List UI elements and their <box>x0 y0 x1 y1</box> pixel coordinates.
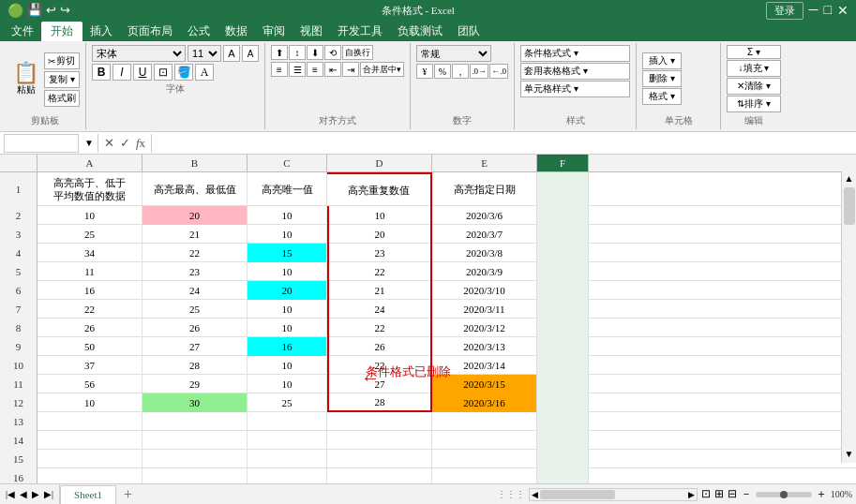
col-header-a[interactable]: A <box>38 155 143 171</box>
wrap-text-button[interactable]: 自换行 <box>342 45 373 60</box>
maximize-button[interactable]: □ <box>824 3 832 18</box>
tab-nav-prev[interactable]: ◀ <box>18 489 29 499</box>
cell-F6[interactable] <box>537 281 589 300</box>
scroll-down-button[interactable]: ▼ <box>843 447 856 461</box>
cell-empty-15-0[interactable] <box>38 450 143 468</box>
cell-empty-16-4[interactable] <box>432 468 537 483</box>
formula-input[interactable] <box>154 137 856 150</box>
cell-empty-15-1[interactable] <box>143 450 248 468</box>
cell-A12[interactable]: 10 <box>38 393 143 412</box>
bold-button[interactable]: B <box>92 64 111 81</box>
view-normal-icon[interactable]: ⊡ <box>701 487 711 501</box>
cell-C3[interactable]: 10 <box>248 225 327 244</box>
add-sheet-button[interactable]: + <box>116 484 140 505</box>
cell-F5[interactable] <box>537 262 589 281</box>
name-box-dropdown[interactable]: ▼ <box>83 138 96 148</box>
cell-A5[interactable]: 11 <box>38 262 143 281</box>
cell-c1[interactable]: 高亮唯一值 <box>248 172 327 206</box>
cell-D4[interactable]: 23 <box>327 244 432 262</box>
currency-icon[interactable]: ¥ <box>416 64 433 79</box>
comma-icon[interactable]: , <box>452 64 469 79</box>
cell-b1[interactable]: 高亮最高、最低值 <box>143 172 248 206</box>
cell-E4[interactable]: 2020/3/8 <box>432 244 537 262</box>
cell-D6[interactable]: 21 <box>327 281 432 300</box>
cell-empty-14-2[interactable] <box>248 431 327 450</box>
decrease-indent-button[interactable]: ⇤ <box>324 62 341 77</box>
cell-C10[interactable]: 10 <box>248 356 327 375</box>
cell-E12[interactable]: 2020/3/16 <box>432 393 537 412</box>
cell-empty-14-3[interactable] <box>327 431 432 450</box>
cell-empty-16-3[interactable] <box>327 468 432 483</box>
menu-item-data[interactable]: 数据 <box>218 22 255 41</box>
quick-access-redo[interactable]: ↪ <box>60 3 70 18</box>
delete-button[interactable]: 删除 ▾ <box>642 70 682 87</box>
cell-B12[interactable]: 30 <box>143 393 248 412</box>
cell-B5[interactable]: 23 <box>143 262 248 281</box>
scroll-up-button[interactable]: ▲ <box>843 171 856 185</box>
cell-C5[interactable]: 10 <box>248 262 327 281</box>
align-center-button[interactable]: ☰ <box>289 62 306 77</box>
h-scroll-left[interactable]: ◀ <box>530 490 540 499</box>
cell-A6[interactable]: 16 <box>38 281 143 300</box>
cell-F12[interactable] <box>537 393 589 412</box>
cell-A8[interactable]: 26 <box>38 319 143 337</box>
cell-A11[interactable]: 56 <box>38 375 143 393</box>
login-button[interactable]: 登录 <box>766 2 803 20</box>
conditional-format-button[interactable]: 条件格式式 ▾ <box>520 45 630 62</box>
minimize-button[interactable]: ─ <box>809 3 818 18</box>
cell-B3[interactable]: 21 <box>143 225 248 244</box>
view-layout-icon[interactable]: ⊞ <box>714 487 724 501</box>
cell-empty-16-0[interactable] <box>38 468 143 483</box>
clear-button[interactable]: ✕清除 ▾ <box>727 78 781 95</box>
cell-B11[interactable]: 29 <box>143 375 248 393</box>
italic-button[interactable]: I <box>113 64 131 81</box>
cell-C8[interactable]: 10 <box>248 319 327 337</box>
cell-style-button[interactable]: 单元格样式 ▾ <box>520 81 630 97</box>
tab-nav-last[interactable]: ▶| <box>42 489 55 499</box>
font-name-select[interactable]: 宋体 <box>92 45 186 62</box>
cell-E5[interactable]: 2020/3/9 <box>432 262 537 281</box>
cell-empty-16-5[interactable] <box>537 468 589 483</box>
cell-C2[interactable]: 10 <box>248 206 327 225</box>
cell-F9[interactable] <box>537 337 589 356</box>
underline-button[interactable]: U <box>133 64 152 81</box>
cell-empty-13-1[interactable] <box>143 412 248 431</box>
cell-B7[interactable]: 25 <box>143 300 248 319</box>
border-icon[interactable]: ⊡ <box>154 64 173 81</box>
cell-F7[interactable] <box>537 300 589 319</box>
cell-B6[interactable]: 24 <box>143 281 248 300</box>
font-size-select[interactable]: 11 <box>188 45 221 62</box>
formula-confirm-icon[interactable]: ✓ <box>118 136 132 151</box>
table-style-button[interactable]: 套用表格格式 ▾ <box>520 63 630 80</box>
cell-empty-16-1[interactable] <box>143 468 248 483</box>
h-scroll-right[interactable]: ▶ <box>686 490 697 499</box>
fill-button[interactable]: ↓填充 ▾ <box>727 60 781 77</box>
cell-C7[interactable]: 10 <box>248 300 327 319</box>
view-page-break-icon[interactable]: ⊟ <box>728 487 737 501</box>
menu-item-file[interactable]: 文件 <box>4 22 41 41</box>
align-middle-button[interactable]: ↕ <box>289 45 306 60</box>
cell-empty-15-5[interactable] <box>537 450 589 468</box>
cell-F8[interactable] <box>537 319 589 337</box>
cut-button[interactable]: ✂ 剪切 <box>44 52 80 69</box>
increase-indent-button[interactable]: ⇥ <box>342 62 359 77</box>
sort-filter-button[interactable]: ⇅排序 ▾ <box>727 96 781 112</box>
zoom-in-icon[interactable]: ＋ <box>816 486 827 502</box>
menu-item-load-test[interactable]: 负载测试 <box>390 22 450 41</box>
horizontal-scrollbar[interactable]: ◀ ▶ <box>529 488 698 501</box>
format-painter-button[interactable]: 格式刷 <box>44 90 80 107</box>
h-scroll-thumb[interactable] <box>540 490 615 499</box>
cell-empty-14-1[interactable] <box>143 431 248 450</box>
cell-E9[interactable]: 2020/3/13 <box>432 337 537 356</box>
cell-C11[interactable]: 10 <box>248 375 327 393</box>
text-direction-button[interactable]: ⟲ <box>324 45 341 60</box>
menu-item-view[interactable]: 视图 <box>293 22 330 41</box>
cell-d1[interactable]: 高亮重复数值 <box>327 172 432 206</box>
cell-F2[interactable] <box>537 206 589 225</box>
quick-access-save[interactable]: 💾 <box>27 3 42 18</box>
cell-B4[interactable]: 22 <box>143 244 248 262</box>
cell-empty-16-2[interactable] <box>248 468 327 483</box>
cell-empty-15-3[interactable] <box>327 450 432 468</box>
increase-decimal-icon[interactable]: .0→ <box>470 64 488 79</box>
col-header-c[interactable]: C <box>248 155 327 171</box>
